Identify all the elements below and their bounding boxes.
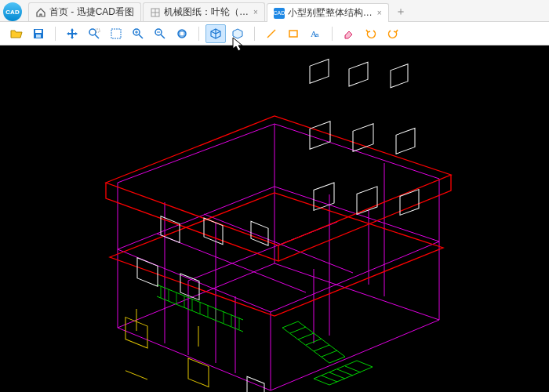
view-iso-button[interactable] [227, 24, 248, 43]
cad-file-icon: CAD [274, 8, 285, 19]
svg-rect-48 [310, 122, 330, 149]
toolbar: Aa [0, 22, 549, 45]
svg-line-15 [161, 34, 165, 38]
svg-rect-49 [353, 124, 373, 151]
zoom-select-button[interactable] [106, 24, 126, 43]
close-icon[interactable]: × [377, 9, 382, 17]
svg-line-35 [298, 333, 314, 339]
tab-label: 机械图纸：叶轮（… [164, 5, 249, 19]
svg-rect-4 [35, 30, 42, 33]
view-3d-button[interactable] [205, 24, 226, 43]
redo-button[interactable] [383, 24, 403, 43]
svg-rect-20 [289, 31, 297, 37]
separator [254, 27, 255, 41]
separator [55, 27, 56, 41]
svg-rect-53 [400, 190, 419, 216]
svg-rect-43 [137, 258, 158, 287]
svg-line-19 [267, 30, 275, 38]
svg-rect-54 [310, 59, 329, 83]
svg-line-41 [337, 369, 353, 376]
svg-line-38 [322, 350, 337, 357]
svg-rect-56 [391, 64, 408, 88]
svg-line-34 [290, 327, 306, 333]
tab-home[interactable]: 首页 - 迅捷CAD看图 [28, 2, 141, 21]
svg-line-11 [139, 34, 143, 38]
svg-rect-9 [111, 29, 121, 38]
tab-bar: CAD 首页 - 迅捷CAD看图 机械图纸：叶轮（… × CAD 小型别墅整体结… [0, 0, 549, 22]
svg-text:a: a [315, 31, 319, 38]
measure-rect-button[interactable] [283, 24, 304, 43]
save-button[interactable] [28, 24, 49, 43]
text-button[interactable]: Aa [305, 24, 325, 43]
zoom-in-button[interactable] [128, 24, 148, 43]
zoom-fit-button[interactable] [172, 24, 192, 43]
svg-line-7 [95, 34, 99, 38]
add-tab-button[interactable]: ＋ [394, 5, 408, 19]
svg-rect-55 [349, 62, 368, 86]
svg-rect-5 [36, 34, 41, 38]
svg-rect-18 [180, 31, 184, 36]
svg-rect-46 [204, 218, 223, 245]
svg-rect-52 [357, 187, 377, 214]
undo-button[interactable] [361, 24, 381, 43]
cad-drawing [0, 45, 549, 392]
tab-label: 首页 - 迅捷CAD看图 [49, 5, 134, 19]
grid-icon [150, 7, 161, 18]
pan-button[interactable] [62, 24, 82, 43]
separator [198, 27, 199, 41]
zoom-window-button[interactable] [84, 24, 104, 43]
zoom-out-button[interactable] [150, 24, 170, 43]
measure-line-button[interactable] [261, 24, 282, 43]
svg-rect-8 [96, 29, 100, 32]
separator [332, 27, 333, 41]
tab-file-2[interactable]: CAD 小型别墅整体结构… × [267, 3, 389, 22]
erase-button[interactable] [339, 24, 359, 43]
svg-rect-59 [188, 358, 209, 387]
home-icon [35, 7, 46, 18]
svg-rect-50 [396, 128, 415, 154]
svg-line-39 [322, 376, 337, 382]
svg-point-6 [89, 29, 96, 35]
cad-viewport[interactable] [0, 45, 549, 392]
svg-line-42 [345, 366, 361, 372]
app-icon: CAD [3, 2, 22, 21]
close-icon[interactable]: × [253, 8, 258, 16]
open-button[interactable] [6, 24, 27, 43]
svg-line-37 [314, 345, 329, 351]
svg-line-40 [329, 372, 345, 379]
svg-line-61 [125, 371, 147, 379]
tab-label: 小型别墅整体结构… [288, 6, 373, 20]
tab-file-1[interactable]: 机械图纸：叶轮（… × [143, 2, 265, 21]
svg-rect-45 [161, 216, 180, 243]
